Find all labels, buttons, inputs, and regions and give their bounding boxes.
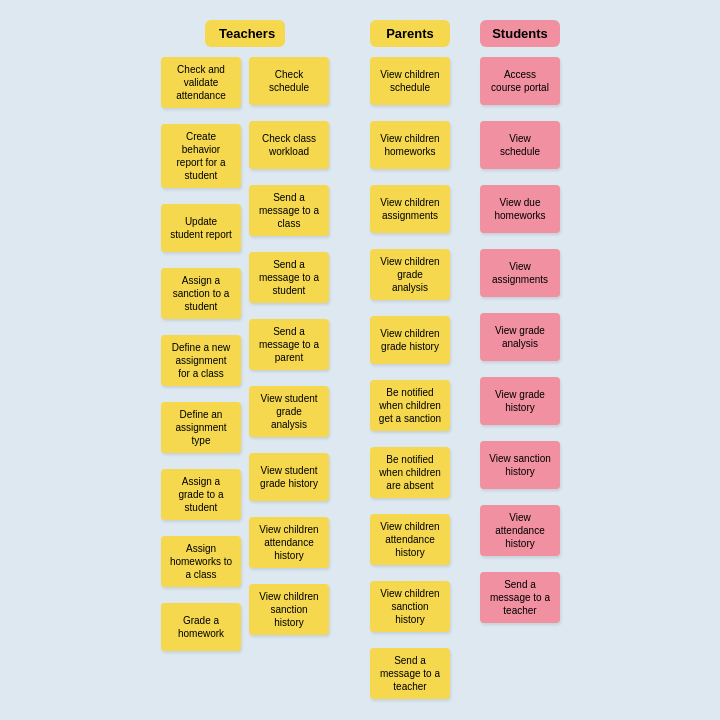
- teachers-sub1: Check and validate attendance Create beh…: [161, 57, 241, 659]
- list-item: View assignments: [480, 249, 560, 297]
- list-item: Define an assignment type: [161, 402, 241, 453]
- list-item: View children sanction history: [249, 584, 329, 635]
- list-item: Assign a sanction to a student: [161, 268, 241, 319]
- list-item: View children grade history: [370, 316, 450, 364]
- list-item: View student grade analysis: [249, 386, 329, 437]
- teachers-column: Teachers Check and validate attendance C…: [155, 20, 335, 707]
- list-item: View children schedule: [370, 57, 450, 105]
- list-item: Check and validate attendance: [161, 57, 241, 108]
- teachers-sub-columns: Check and validate attendance Create beh…: [161, 57, 329, 659]
- list-item: View student grade history: [249, 453, 329, 501]
- list-item: Send a message to a teacher: [480, 572, 560, 623]
- list-item: Be notified when children are absent: [370, 447, 450, 498]
- list-item: View children homeworks: [370, 121, 450, 169]
- list-item: View children assignments: [370, 185, 450, 233]
- list-item: Update student report: [161, 204, 241, 252]
- list-item: Check class workload: [249, 121, 329, 169]
- students-header: Students: [480, 20, 560, 47]
- spacer1: [335, 20, 365, 707]
- list-item: View due homeworks: [480, 185, 560, 233]
- students-notes: Access course portal View schedule View …: [480, 57, 560, 631]
- list-item: View children grade analysis: [370, 249, 450, 300]
- list-item: View children attendance history: [249, 517, 329, 568]
- parents-column: Parents View children schedule View chil…: [365, 20, 455, 707]
- list-item: Be notified when children get a sanction: [370, 380, 450, 431]
- list-item: View sanction history: [480, 441, 560, 489]
- list-item: Grade a homework: [161, 603, 241, 651]
- list-item: Assign a grade to a student: [161, 469, 241, 520]
- list-item: Check schedule: [249, 57, 329, 105]
- list-item: View children sanction history: [370, 581, 450, 632]
- list-item: View children attendance history: [370, 514, 450, 565]
- list-item: Define a new assignment for a class: [161, 335, 241, 386]
- list-item: View schedule: [480, 121, 560, 169]
- list-item: Access course portal: [480, 57, 560, 105]
- teachers-header: Teachers: [205, 20, 285, 47]
- list-item: Send a message to a teacher: [370, 648, 450, 699]
- parents-notes: View children schedule View children hom…: [370, 57, 450, 707]
- list-item: Send a message to a class: [249, 185, 329, 236]
- list-item: Create behavior report for a student: [161, 124, 241, 188]
- list-item: Send a message to a parent: [249, 319, 329, 370]
- main-container: Teachers Check and validate attendance C…: [0, 0, 720, 720]
- spacer2: [455, 20, 475, 707]
- list-item: View grade history: [480, 377, 560, 425]
- list-item: View grade analysis: [480, 313, 560, 361]
- list-item: View attendance history: [480, 505, 560, 556]
- students-column: Students Access course portal View sched…: [475, 20, 565, 707]
- teachers-sub2: Check schedule Check class workload Send…: [249, 57, 329, 659]
- list-item: Send a message to a student: [249, 252, 329, 303]
- columns-layout: Teachers Check and validate attendance C…: [10, 20, 710, 707]
- parents-header: Parents: [370, 20, 450, 47]
- list-item: Assign homeworks to a class: [161, 536, 241, 587]
